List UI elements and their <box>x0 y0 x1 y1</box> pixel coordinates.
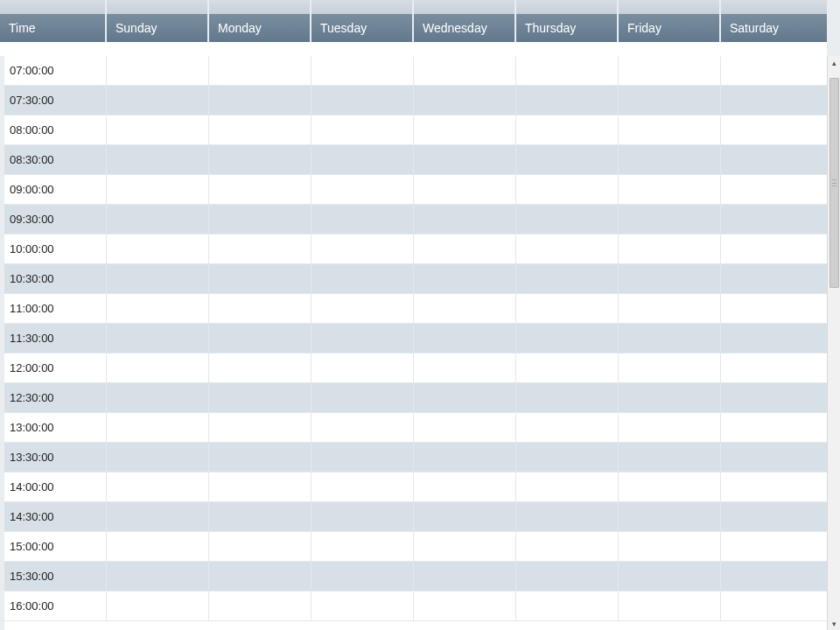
schedule-cell-sunday[interactable] <box>107 264 209 294</box>
schedule-cell-thursday[interactable] <box>516 234 619 264</box>
time-cell[interactable]: 08:30:00 <box>4 145 107 175</box>
schedule-cell-sunday[interactable] <box>107 116 209 145</box>
schedule-cell-sunday[interactable] <box>107 383 209 413</box>
table-row[interactable]: 07:00:00 <box>4 56 827 86</box>
table-row[interactable]: 10:00:00 <box>4 234 827 264</box>
time-cell[interactable]: 07:00:00 <box>4 56 107 86</box>
schedule-cell-monday[interactable] <box>209 294 312 324</box>
schedule-cell-monday[interactable] <box>209 592 312 621</box>
schedule-cell-tuesday[interactable] <box>312 205 414 234</box>
schedule-cell-wednesday[interactable] <box>414 264 516 294</box>
schedule-cell-saturday[interactable] <box>721 413 827 443</box>
table-row[interactable]: 15:30:00 <box>4 562 827 592</box>
schedule-cell-friday[interactable] <box>619 354 721 383</box>
scroll-up-arrow-icon[interactable]: ▴ <box>828 56 840 69</box>
schedule-cell-thursday[interactable] <box>516 532 619 562</box>
table-row[interactable]: 16:00:00 <box>4 592 827 621</box>
schedule-cell-monday[interactable] <box>209 234 312 264</box>
schedule-cell-wednesday[interactable] <box>414 592 516 621</box>
schedule-cell-sunday[interactable] <box>107 502 209 532</box>
schedule-cell-thursday[interactable] <box>516 116 619 145</box>
schedule-cell-monday[interactable] <box>209 383 312 413</box>
schedule-cell-sunday[interactable] <box>107 324 209 354</box>
time-cell[interactable]: 14:00:00 <box>4 472 107 502</box>
vertical-scrollbar[interactable]: ▴ ▾ <box>827 56 840 630</box>
schedule-cell-sunday[interactable] <box>107 413 209 443</box>
schedule-cell-wednesday[interactable] <box>414 234 516 264</box>
schedule-cell-friday[interactable] <box>619 56 721 86</box>
schedule-cell-friday[interactable] <box>619 472 721 502</box>
schedule-cell-thursday[interactable] <box>516 502 619 532</box>
schedule-cell-sunday[interactable] <box>107 532 209 562</box>
schedule-cell-friday[interactable] <box>619 175 721 205</box>
time-cell[interactable]: 15:00:00 <box>4 532 107 562</box>
schedule-cell-friday[interactable] <box>619 413 721 443</box>
schedule-cell-saturday[interactable] <box>721 234 827 264</box>
schedule-cell-thursday[interactable] <box>516 86 619 116</box>
schedule-cell-tuesday[interactable] <box>312 116 414 145</box>
schedule-cell-monday[interactable] <box>209 443 312 472</box>
time-cell[interactable]: 10:30:00 <box>4 264 107 294</box>
schedule-cell-tuesday[interactable] <box>312 264 414 294</box>
scrollbar-thumb[interactable] <box>830 78 839 288</box>
schedule-cell-sunday[interactable] <box>107 56 209 86</box>
schedule-cell-wednesday[interactable] <box>414 532 516 562</box>
schedule-cell-saturday[interactable] <box>721 354 827 383</box>
schedule-cell-saturday[interactable] <box>721 592 827 621</box>
schedule-cell-thursday[interactable] <box>516 175 619 205</box>
schedule-cell-sunday[interactable] <box>107 472 209 502</box>
table-row[interactable]: 14:30:00 <box>4 502 827 532</box>
schedule-cell-monday[interactable] <box>209 324 312 354</box>
table-row[interactable]: 11:00:00 <box>4 294 827 324</box>
schedule-cell-wednesday[interactable] <box>414 354 516 383</box>
schedule-cell-thursday[interactable] <box>516 472 619 502</box>
schedule-cell-wednesday[interactable] <box>414 502 516 532</box>
schedule-cell-friday[interactable] <box>619 324 721 354</box>
table-row[interactable]: 12:30:00 <box>4 383 827 413</box>
time-cell[interactable]: 14:30:00 <box>4 502 107 532</box>
schedule-cell-monday[interactable] <box>209 175 312 205</box>
column-header-thursday[interactable]: Thursday <box>516 14 619 42</box>
schedule-cell-friday[interactable] <box>619 294 721 324</box>
schedule-cell-thursday[interactable] <box>516 264 619 294</box>
schedule-cell-saturday[interactable] <box>721 532 827 562</box>
schedule-cell-thursday[interactable] <box>516 443 619 472</box>
schedule-cell-thursday[interactable] <box>516 56 619 86</box>
schedule-cell-tuesday[interactable] <box>312 234 414 264</box>
schedule-cell-tuesday[interactable] <box>312 532 414 562</box>
schedule-cell-friday[interactable] <box>619 592 721 621</box>
schedule-cell-thursday[interactable] <box>516 354 619 383</box>
schedule-cell-saturday[interactable] <box>721 562 827 592</box>
schedule-cell-wednesday[interactable] <box>414 324 516 354</box>
schedule-cell-sunday[interactable] <box>107 562 209 592</box>
schedule-cell-tuesday[interactable] <box>312 86 414 116</box>
schedule-cell-saturday[interactable] <box>721 56 827 86</box>
schedule-cell-monday[interactable] <box>209 264 312 294</box>
table-row[interactable]: 08:00:00 <box>4 116 827 145</box>
schedule-cell-wednesday[interactable] <box>414 413 516 443</box>
schedule-cell-saturday[interactable] <box>721 145 827 175</box>
schedule-cell-friday[interactable] <box>619 532 721 562</box>
schedule-cell-sunday[interactable] <box>107 205 209 234</box>
schedule-cell-monday[interactable] <box>209 354 312 383</box>
schedule-cell-thursday[interactable] <box>516 413 619 443</box>
schedule-cell-monday[interactable] <box>209 205 312 234</box>
time-cell[interactable]: 12:30:00 <box>4 383 107 413</box>
schedule-cell-friday[interactable] <box>619 264 721 294</box>
schedule-cell-friday[interactable] <box>619 383 721 413</box>
time-cell[interactable]: 07:30:00 <box>4 86 107 116</box>
schedule-cell-thursday[interactable] <box>516 145 619 175</box>
schedule-cell-tuesday[interactable] <box>312 354 414 383</box>
schedule-cell-wednesday[interactable] <box>414 116 516 145</box>
column-header-friday[interactable]: Friday <box>619 14 721 42</box>
table-row[interactable]: 13:30:00 <box>4 443 827 472</box>
schedule-cell-tuesday[interactable] <box>312 562 414 592</box>
time-cell[interactable]: 13:30:00 <box>4 443 107 472</box>
schedule-cell-tuesday[interactable] <box>312 443 414 472</box>
schedule-cell-friday[interactable] <box>619 205 721 234</box>
column-header-monday[interactable]: Monday <box>209 14 312 42</box>
table-row[interactable]: 13:00:00 <box>4 413 827 443</box>
table-row[interactable]: 15:00:00 <box>4 532 827 562</box>
schedule-cell-saturday[interactable] <box>721 502 827 532</box>
table-row[interactable]: 09:30:00 <box>4 205 827 234</box>
